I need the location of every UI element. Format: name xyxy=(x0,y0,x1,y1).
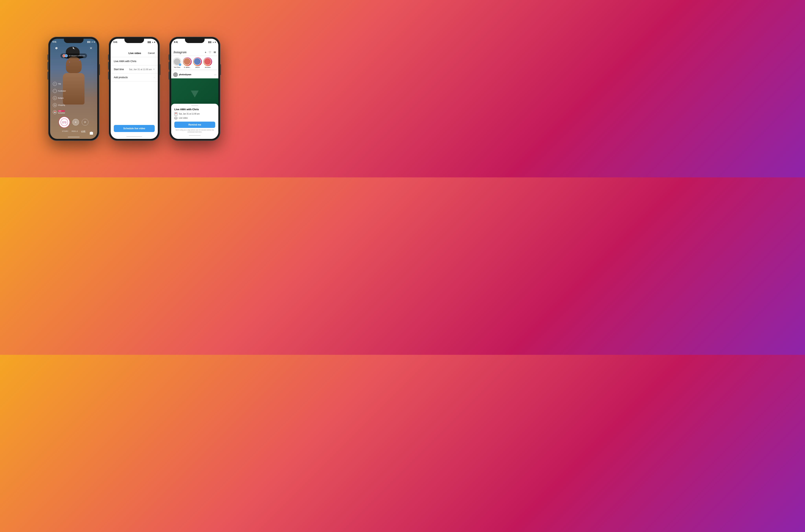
schedule-live-video-button[interactable]: Schedule live video xyxy=(114,125,155,132)
start-time-field[interactable]: Start time Sat, Jan 31 at 11:00 am ✕ xyxy=(111,65,158,74)
your-story-label: Your Story xyxy=(174,66,180,68)
story-item-3[interactable]: kenzoere xyxy=(203,57,212,68)
story-item-2[interactable]: lofti232 xyxy=(193,57,202,68)
form-header: Live video Cancel xyxy=(111,44,158,57)
phone-1-status-icons: ▌▌▌ wifi ▮ xyxy=(87,41,95,43)
add-post-icon[interactable]: + xyxy=(205,51,206,54)
post-more-button[interactable]: ··· xyxy=(214,73,217,76)
badges-label: Badges xyxy=(58,97,64,99)
followers-avatars xyxy=(62,54,68,57)
post-user[interactable]: photosbyean xyxy=(173,72,191,77)
live-bottom-controls: ((•)) ✦ ⟳ STORY REELS LIVE xyxy=(50,117,97,139)
phone-3-time: 9:41 xyxy=(174,41,178,43)
sidebar-item-title[interactable]: ≡ Title xyxy=(53,82,66,86)
story-3-avatar-wrap xyxy=(203,57,212,66)
notifications-icon[interactable]: ♡ xyxy=(209,51,211,54)
signal-icon: ▌▌▌ xyxy=(87,41,91,43)
phone-2-screen: 9:41 ▌▌▌ ▲ ▮ Live video Cancel xyxy=(111,39,158,139)
camera-icon[interactable] xyxy=(89,130,94,136)
battery-icon-2: ▮ xyxy=(154,41,155,43)
post-header: photosbyean ··· xyxy=(171,71,218,78)
instagram-header: Instagram + ♡ ✉ xyxy=(171,44,218,56)
live-bottom-icons: ((•)) ✦ ⟳ xyxy=(50,117,97,129)
add-products-label: Add products xyxy=(114,76,128,79)
add-products-field[interactable]: Add products › xyxy=(111,74,158,81)
home-indicator-3 xyxy=(189,135,201,136)
settings-icon[interactable] xyxy=(53,45,59,51)
tab-live[interactable]: LIVE xyxy=(81,130,86,132)
tab-story[interactable]: STORY xyxy=(62,130,69,132)
instagram-logo: Instagram xyxy=(173,51,187,54)
side-button-mute xyxy=(48,54,48,60)
close-icon[interactable] xyxy=(88,45,94,51)
flip-camera-button[interactable]: ⟳ xyxy=(82,119,89,126)
story-1-label: lil_lapisle... xyxy=(184,66,191,68)
phones-container: ★ ★ ★ ★ 9:41 ▌▌▌ wifi ▮ xyxy=(40,29,228,149)
side-button-power xyxy=(99,64,100,75)
tab-reels[interactable]: REELS xyxy=(72,130,78,132)
start-time-clear-icon[interactable]: ✕ xyxy=(153,68,155,70)
notch-3 xyxy=(185,39,205,43)
sidebar-item-shopping[interactable]: 🛍 Shopping xyxy=(53,103,66,107)
followers-banner: 32 followers active now xyxy=(60,53,87,58)
side-button-mute-3 xyxy=(169,54,169,60)
side-button-vol-down-3 xyxy=(169,72,169,80)
live-record-button[interactable]: ((•)) xyxy=(59,117,70,128)
chevron-right-icon: › xyxy=(154,76,155,79)
shopping-icon: 🛍 xyxy=(53,103,57,107)
story-1-avatar-wrap xyxy=(183,57,192,66)
phone-3-screen: 9:41 ▌▌▌ ▲ ▮ Instagram + ♡ ✉ xyxy=(171,39,218,139)
post-username: photosbyean xyxy=(179,74,191,76)
fundraiser-icon: ♡ xyxy=(53,89,57,93)
side-button-vol-up-2 xyxy=(108,62,109,70)
story-2-avatar-wrap xyxy=(193,57,202,66)
sidebar-item-badges[interactable]: ◎ Badges xyxy=(53,96,66,100)
start-time-value-group: Sat, Jan 31 at 11:00 am ✕ xyxy=(129,68,155,71)
home-indicator xyxy=(68,137,80,137)
start-time-value: Sat, Jan 31 at 11:00 am xyxy=(129,68,152,71)
reminder-note: We'll notify you a day before and 15 min… xyxy=(174,129,215,133)
story-item-1[interactable]: lil_lapisle... xyxy=(183,57,192,68)
live-sidebar-menu: ≡ Title ♡ Fundraiser ◎ Badges 🛍 Shopping… xyxy=(53,82,66,114)
form-spacer xyxy=(111,89,158,122)
live-video-icon: ((•)) xyxy=(174,116,177,120)
star-1: ★ xyxy=(67,58,69,60)
triangle-shape xyxy=(191,91,199,97)
live-title-field[interactable]: Live AMA with Chris xyxy=(111,57,158,65)
cancel-button[interactable]: Cancel xyxy=(148,52,155,54)
post-avatar xyxy=(173,72,178,77)
effects-button[interactable]: ✦ xyxy=(72,119,79,126)
sidebar-item-schedule[interactable]: 📅 NEW Schedule xyxy=(53,110,66,114)
wifi-icon-2: ▲ xyxy=(152,41,153,43)
remind-me-button[interactable]: Remind me xyxy=(174,121,215,128)
phone-2: 9:41 ▌▌▌ ▲ ▮ Live video Cancel xyxy=(109,37,160,141)
flash-off-icon[interactable] xyxy=(71,45,77,51)
star-4: ★ xyxy=(68,64,69,65)
schedule-label: Schedule xyxy=(58,112,65,114)
notch-2 xyxy=(125,39,144,43)
story-2-avatar xyxy=(193,58,201,65)
your-story-avatar-wrap: + xyxy=(173,57,182,66)
phone-2-status-icons: ▌▌▌ ▲ ▮ xyxy=(148,41,155,43)
fundraiser-label: Fundraiser xyxy=(58,90,66,92)
title-label: Title xyxy=(58,83,61,85)
messages-icon[interactable]: ✉ xyxy=(213,51,216,54)
side-button-vol-up xyxy=(48,62,48,70)
notch xyxy=(64,39,83,43)
side-button-vol-down-2 xyxy=(108,72,109,80)
signal-icon-2: ▌▌▌ xyxy=(148,41,151,43)
bs-date: Sat, Jan 31 at 11:00 am xyxy=(179,113,200,115)
phone-3: 9:41 ▌▌▌ ▲ ▮ Instagram + ♡ ✉ xyxy=(169,37,220,141)
sidebar-item-fundraiser[interactable]: ♡ Fundraiser xyxy=(53,89,66,93)
ig-header-icons: + ♡ ✉ xyxy=(205,51,216,54)
live-title-value: Live AMA with Chris xyxy=(114,60,136,63)
bottom-sheet-handle xyxy=(191,105,198,106)
body xyxy=(63,73,85,104)
your-story[interactable]: + Your Story xyxy=(173,57,182,68)
followers-count: 32 followers active now xyxy=(69,55,85,57)
follower-avatar-2 xyxy=(65,54,68,57)
side-button-power-3 xyxy=(220,64,221,75)
bs-type-row: ((•)) Live video xyxy=(174,116,215,120)
story-3-avatar xyxy=(204,58,211,65)
phone-3-status-icons: ▌▌▌ ▲ ▮ xyxy=(208,41,216,43)
